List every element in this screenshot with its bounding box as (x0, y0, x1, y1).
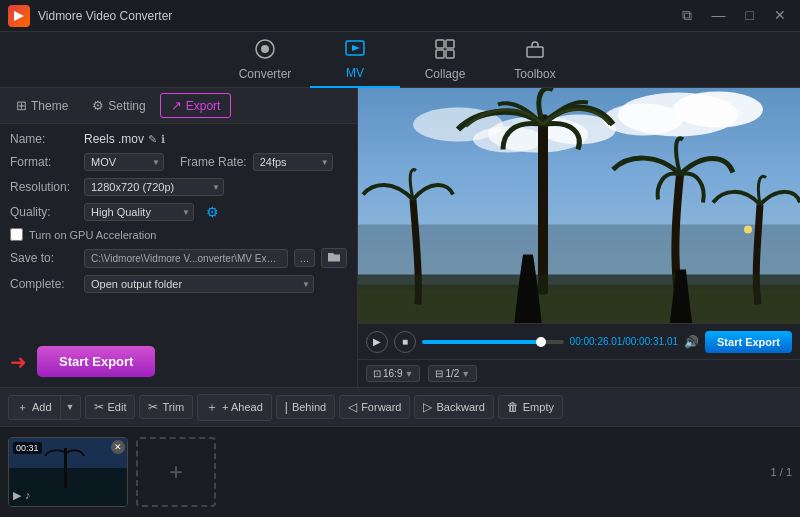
timeline-close-button[interactable]: ✕ (111, 440, 125, 454)
behind-button[interactable]: | Behind (276, 395, 335, 419)
page-value: 1/2 (445, 368, 459, 379)
format-label: Format: (10, 155, 78, 169)
svg-rect-8 (446, 50, 454, 58)
volume-icon[interactable]: 🔊 (684, 335, 699, 349)
svg-rect-9 (527, 47, 543, 57)
resolution-select[interactable]: 1280x720 (720p) 1920x1080 (1080p) 3840x2… (84, 178, 224, 196)
format-row: Format: MOV MP4 AVI Frame Rate: 24fps 30… (10, 153, 347, 171)
video-controls: ▶ ■ 00:00:26.01/00:00:31.01 🔊 Start Expo… (358, 323, 800, 359)
window-minimize-btn[interactable]: — (706, 5, 732, 26)
name-info-icon[interactable]: ℹ (161, 133, 165, 146)
toolbox-icon (524, 38, 546, 65)
arrow-right-icon: ➜ (10, 350, 27, 374)
ratio-arrow-icon: ▼ (404, 369, 413, 379)
main-content: ⊞ Theme ⚙ Setting ↗ Export Name: Reels .… (0, 88, 800, 387)
app-logo (8, 5, 30, 27)
behind-label: Behind (292, 401, 326, 413)
tab-converter-label: Converter (239, 67, 292, 81)
start-export-right-button[interactable]: Start Export (705, 331, 792, 353)
ahead-plus-icon: ＋ (206, 399, 218, 416)
empty-button[interactable]: 🗑 Empty (498, 395, 563, 419)
complete-label: Complete: (10, 277, 78, 291)
save-to-label: Save to: (10, 251, 78, 265)
ratio-value: 16:9 (383, 368, 402, 379)
save-folder-button[interactable] (321, 248, 347, 268)
svg-rect-7 (436, 50, 444, 58)
frame-rate-select-wrapper: 24fps 30fps 60fps (253, 153, 333, 171)
complete-select[interactable]: Open output folder Do nothing (84, 275, 314, 293)
top-nav: Converter MV Collage Toolb (0, 32, 800, 88)
quality-select[interactable]: High Quality Standard Low (84, 203, 194, 221)
window-grid-btn[interactable]: ⧉ (676, 5, 698, 26)
tab-theme[interactable]: ⊞ Theme (6, 94, 78, 117)
mv-icon (344, 37, 366, 64)
stop-button[interactable]: ■ (394, 331, 416, 353)
quality-row: Quality: High Quality Standard Low ⚙ (10, 203, 347, 221)
gpu-row: Turn on GPU Acceleration (10, 228, 347, 241)
start-export-section: ➜ Start Export (10, 346, 347, 377)
tab-theme-label: Theme (31, 99, 68, 113)
time-total: 00:00:31.01 (625, 336, 678, 347)
backward-arrow-icon: ▷ (423, 400, 432, 414)
complete-select-wrapper: Open output folder Do nothing (84, 275, 314, 293)
add-dropdown-arrow[interactable]: ▼ (61, 398, 80, 416)
format-select[interactable]: MOV MP4 AVI (84, 153, 164, 171)
page-button[interactable]: ⊟ 1/2 ▼ (428, 365, 477, 382)
svg-point-12 (673, 92, 763, 128)
behind-bar-icon: | (285, 400, 288, 414)
form-area: Name: Reels .mov ✎ ℹ Format: MOV MP4 AVI (0, 124, 357, 336)
tab-mv-label: MV (346, 66, 364, 80)
aspect-ratio-button[interactable]: ⊡ 16:9 ▼ (366, 365, 420, 382)
trim-button[interactable]: ✂ Trim (139, 395, 193, 419)
tab-converter[interactable]: Converter (220, 32, 310, 88)
progress-thumb (536, 337, 546, 347)
backward-button[interactable]: ▷ Backward (414, 395, 493, 419)
tab-collage[interactable]: Collage (400, 32, 490, 88)
quality-select-wrapper: High Quality Standard Low (84, 203, 194, 221)
play-button[interactable]: ▶ (366, 331, 388, 353)
empty-label: Empty (523, 401, 554, 413)
window-close-btn[interactable]: ✕ (768, 5, 792, 26)
complete-row: Complete: Open output folder Do nothing (10, 275, 347, 293)
frame-rate-select[interactable]: 24fps 30fps 60fps (253, 153, 333, 171)
save-dots-button[interactable]: ... (294, 249, 315, 267)
svg-point-2 (261, 45, 269, 53)
ahead-button[interactable]: ＋ + Ahead (197, 394, 272, 421)
page-icon: ⊟ (435, 368, 443, 379)
timeline-item[interactable]: 00:31 ✕ ▶ ♪ (8, 437, 128, 507)
start-export-main-button[interactable]: Start Export (37, 346, 155, 377)
forward-label: Forward (361, 401, 401, 413)
tab-mv[interactable]: MV (310, 32, 400, 88)
tab-toolbox[interactable]: Toolbox (490, 32, 580, 88)
timeline-add-button[interactable]: + (136, 437, 216, 507)
theme-grid-icon: ⊞ (16, 98, 27, 113)
save-to-row: Save to: C:\Vidmore\Vidmore V...onverter… (10, 248, 347, 268)
svg-point-21 (744, 226, 752, 234)
edit-button[interactable]: ✂ Edit (85, 395, 136, 419)
timeline-icons: ▶ ♪ (13, 489, 31, 502)
video-controls2: ⊡ 16:9 ▼ ⊟ 1/2 ▼ (358, 359, 800, 387)
resolution-label: Resolution: (10, 180, 78, 194)
setting-gear-icon: ⚙ (92, 98, 104, 113)
frame-rate-label: Frame Rate: (180, 155, 247, 169)
window-maximize-btn[interactable]: □ (740, 5, 760, 26)
converter-icon (254, 38, 276, 65)
forward-arrow-icon: ◁ (348, 400, 357, 414)
add-label: Add (32, 401, 52, 413)
progress-bar[interactable] (422, 340, 564, 344)
time-current: 00:00:26.01 (570, 336, 623, 347)
gpu-checkbox[interactable] (10, 228, 23, 241)
add-main-button[interactable]: ＋ Add (9, 396, 61, 419)
tab-setting[interactable]: ⚙ Setting (82, 94, 155, 117)
forward-button[interactable]: ◁ Forward (339, 395, 410, 419)
progress-fill (422, 340, 541, 344)
add-plus-icon: ＋ (17, 400, 28, 415)
name-edit-icon[interactable]: ✎ (148, 133, 157, 146)
time-display: 00:00:26.01/00:00:31.01 (570, 336, 678, 347)
tab-export[interactable]: ↗ Export (160, 93, 232, 118)
svg-rect-5 (436, 40, 444, 48)
tab-toolbox-label: Toolbox (514, 67, 555, 81)
name-label: Name: (10, 132, 78, 146)
resolution-row: Resolution: 1280x720 (720p) 1920x1080 (1… (10, 178, 347, 196)
quality-gear-icon[interactable]: ⚙ (206, 204, 219, 220)
